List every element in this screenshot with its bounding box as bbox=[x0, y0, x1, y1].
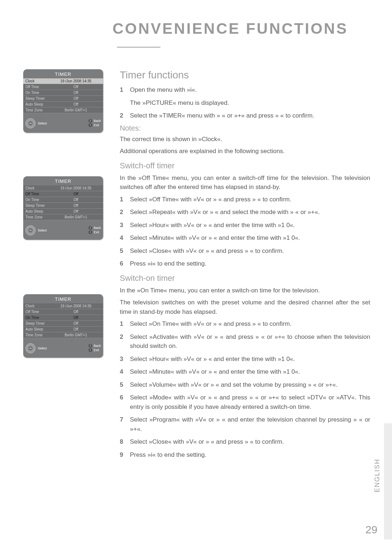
step-subtext: The »PICTURE« menu is displayed. bbox=[130, 98, 370, 108]
timer-row-label: Sleep Timer bbox=[25, 204, 51, 208]
step-text: Press »i« to end the setting. bbox=[130, 259, 370, 268]
select-label: Select bbox=[38, 229, 89, 232]
timer-row-label: Clock bbox=[25, 304, 51, 308]
left-illustration-column: TIMERClock19 /Jun 2008 14:35Off TimeOffO… bbox=[18, 69, 113, 463]
step-number: 3 bbox=[120, 354, 130, 364]
step-text: Select »Program« with »V« or » « and ent… bbox=[130, 415, 370, 434]
timer-menu-title: TIMER bbox=[23, 69, 103, 78]
step-number: 2 bbox=[120, 111, 130, 120]
timer-footer: OKSelect2Back1Exit bbox=[23, 338, 103, 355]
switch-off-heading: Switch-off timer bbox=[120, 161, 370, 171]
timer-row-label: Off Time bbox=[25, 192, 51, 196]
step-text: Select »Minute« with »V« or » « and ente… bbox=[130, 367, 370, 377]
timer-row-label: Auto Sleep bbox=[25, 209, 51, 213]
timer-menu-row: Off TimeOff bbox=[23, 191, 103, 197]
timer-row-label: Off Time bbox=[25, 310, 51, 314]
timer-menu-title: TIMER bbox=[23, 176, 103, 185]
timer-footer: OKSelect2Back1Exit bbox=[23, 113, 103, 130]
timer-menu-row: On TimeOff bbox=[23, 315, 103, 321]
timer-row-label: Time Zone bbox=[25, 333, 51, 337]
step-text: Select »Hour« with »V« or » « and enter … bbox=[130, 221, 370, 230]
dpad-icon: OK bbox=[25, 118, 36, 128]
back-hint: 2Back bbox=[89, 119, 101, 123]
step-text: Select »Minute« with »V« or » « and ente… bbox=[130, 233, 370, 243]
timer-menu-row: Off TimeOff bbox=[23, 309, 103, 315]
step-number: 1 bbox=[120, 195, 130, 204]
step-text: Select »Repeat« with »V« or » « and sele… bbox=[130, 208, 370, 217]
switch-on-intro-1: In the »On Time« menu, you can enter a s… bbox=[120, 286, 370, 295]
exit-hint: 1Exit bbox=[89, 348, 101, 352]
step-text: Select »Hour« with »V« or » « and enter … bbox=[130, 354, 370, 364]
dpad-icon: OK bbox=[25, 225, 36, 235]
step-number: 1 bbox=[120, 319, 130, 329]
timer-row-label: On Time bbox=[25, 198, 51, 202]
title-rule bbox=[117, 47, 160, 48]
step-number: 5 bbox=[120, 246, 130, 256]
timer-menu-panel: TIMERClock19 /Jun 2008 14:35Off TimeOffO… bbox=[23, 69, 103, 133]
instruction-step: 6Press »i« to end the setting. bbox=[120, 259, 370, 268]
instruction-step: 2Select »Repeat« with »V« or » « and sel… bbox=[120, 208, 370, 217]
back-hint: 2Back bbox=[89, 344, 101, 348]
timer-row-value: Off bbox=[51, 321, 101, 325]
dot-icon: 2 bbox=[89, 119, 92, 123]
select-label: Select bbox=[38, 122, 89, 125]
step-number: 5 bbox=[120, 380, 130, 390]
dpad-icon: OK bbox=[25, 343, 36, 353]
step-text: Select »Volume« with »V« or » « and set … bbox=[130, 380, 370, 390]
step-text: Press »i« to end the setting. bbox=[130, 450, 370, 460]
language-tab: ENGLISH bbox=[373, 459, 381, 492]
dot-icon: 1 bbox=[89, 348, 92, 352]
instruction-step: 2Select »Activate« with »V« or » « and p… bbox=[120, 332, 370, 351]
dot-icon: 2 bbox=[89, 226, 92, 230]
instruction-step: 4Select »Minute« with »V« or » « and ent… bbox=[120, 233, 370, 243]
instruction-step: 9Press »i« to end the setting. bbox=[120, 450, 370, 460]
timer-row-value: Berlin GMT+1 bbox=[51, 215, 101, 219]
instruction-step: 7Select »Program« with »V« or » « and en… bbox=[120, 415, 370, 434]
timer-menu-row: Sleep TimerOff bbox=[23, 321, 103, 327]
dot-icon: 2 bbox=[89, 344, 92, 348]
timer-row-value: Off bbox=[51, 97, 101, 100]
instruction-step: 3Select »Hour« with »V« or » « and enter… bbox=[120, 354, 370, 364]
timer-row-value: Off bbox=[51, 198, 101, 202]
timer-row-label: On Time bbox=[25, 316, 51, 320]
timer-row-value: Berlin GMT+1 bbox=[51, 108, 101, 112]
instruction-step: 4Select »Minute« with »V« or » « and ent… bbox=[120, 367, 370, 377]
timer-row-label: Time Zone bbox=[25, 108, 51, 112]
step-number: 7 bbox=[120, 415, 130, 434]
exit-hint: 1Exit bbox=[89, 123, 101, 127]
timer-row-value: 19 /Jun 2008 14:35 bbox=[51, 79, 101, 83]
timer-row-label: Sleep Timer bbox=[25, 97, 51, 100]
page-main-title: CONVENIENCE FUNCTIONS bbox=[113, 20, 370, 55]
timer-row-value: Off bbox=[51, 310, 101, 314]
timer-menu-row: Sleep TimerOff bbox=[23, 96, 103, 102]
step-text: Select »On Time« with »V« or » « and pre… bbox=[130, 319, 370, 329]
step-text: Select the »TIMER« menu with » « or »+« … bbox=[130, 111, 370, 120]
timer-row-value: Off bbox=[51, 85, 101, 89]
timer-menu-row: Auto SleepOff bbox=[23, 209, 103, 214]
timer-row-value: 19 /Jun 2008 14:35 bbox=[51, 186, 101, 190]
back-hint: 2Back bbox=[89, 226, 101, 230]
timer-row-value: Off bbox=[51, 91, 101, 95]
timer-menu-row: Clock19 /Jun 2008 14:35 bbox=[23, 185, 103, 191]
right-text-column: Timer functions 1Open the menu with »i«.… bbox=[113, 69, 370, 463]
step-text: Open the menu with »i«. bbox=[130, 85, 370, 95]
section-title: Timer functions bbox=[120, 69, 370, 81]
timer-row-label: Clock bbox=[25, 186, 51, 190]
timer-menu-row: Time ZoneBerlin GMT+1 bbox=[23, 107, 103, 113]
timer-menu-row: On TimeOff bbox=[23, 90, 103, 96]
step-text: Select »Close« with »V« or » « and press… bbox=[130, 246, 370, 256]
timer-menu-panel: TIMERClock19 /Jun 2008 14:35Off TimeOffO… bbox=[23, 294, 103, 358]
main-title-text: CONVENIENCE FUNCTIONS bbox=[113, 20, 348, 37]
timer-footer: OKSelect2Back1Exit bbox=[23, 220, 103, 237]
exit-hint: 1Exit bbox=[89, 230, 101, 234]
step-text: Select »Off Time« with »V« or » « and pr… bbox=[130, 195, 370, 204]
timer-row-label: Sleep Timer bbox=[25, 321, 51, 325]
timer-menu-row: Off TimeOff bbox=[23, 84, 103, 90]
timer-menu-row: Time ZoneBerlin GMT+1 bbox=[23, 214, 103, 220]
switch-on-intro-2: The television switches on with the pres… bbox=[120, 298, 370, 316]
step-text: Select »Close« with »V« or » « and press… bbox=[130, 437, 370, 447]
timer-menu-row: Auto SleepOff bbox=[23, 102, 103, 107]
step-number: 9 bbox=[120, 450, 130, 460]
timer-row-label: Auto Sleep bbox=[25, 102, 51, 106]
timer-row-label: Clock bbox=[25, 79, 51, 83]
